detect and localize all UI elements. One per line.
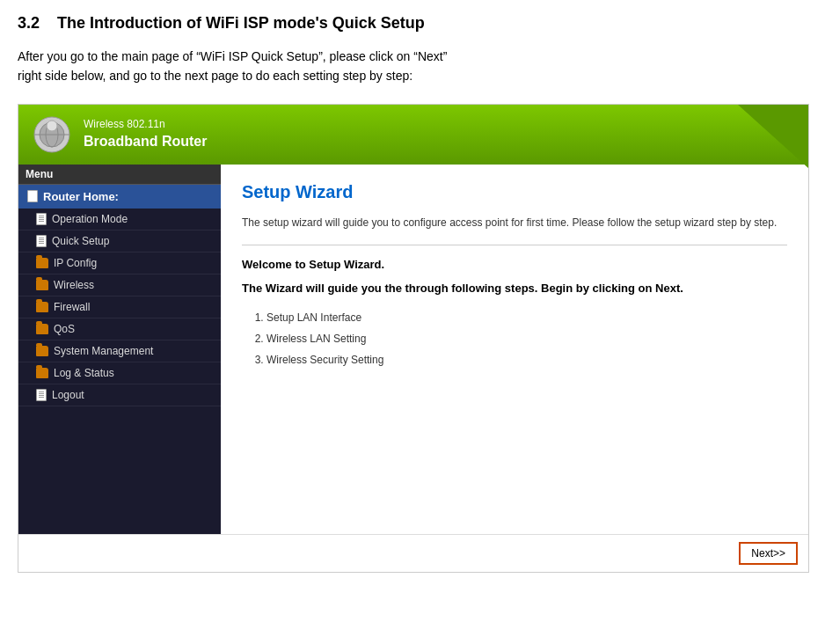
svg-point-4 (47, 121, 57, 131)
setup-description: The setup wizard will guide you to confi… (242, 215, 787, 231)
sidebar-menu-label: Menu (18, 165, 221, 185)
router-logo: Wireless 802.11n Broadband Router (27, 110, 207, 159)
router-logo-icon (27, 110, 77, 159)
sidebar-item-firewall[interactable]: Firewall (18, 296, 221, 318)
router-frame: Wireless 802.11n Broadband Router Menu R… (18, 104, 809, 573)
steps-list: Setup LAN Interface Wireless LAN Setting… (266, 307, 787, 370)
router-header-text: Wireless 802.11n Broadband Router (84, 117, 207, 151)
folder-icon (36, 346, 48, 356)
sidebar-item-operation-mode[interactable]: Operation Mode (18, 209, 221, 231)
sidebar-item-system-management[interactable]: System Management (18, 340, 221, 362)
sidebar-item-qos[interactable]: QoS (18, 318, 221, 340)
outer-wrapper: 3.2 The Introduction of WiFi ISP mode's … (0, 0, 825, 587)
folder-icon (36, 258, 48, 268)
welcome-text: Welcome to Setup Wizard. (242, 258, 787, 271)
doc-icon (36, 213, 47, 225)
page-description: After you go to the main page of “WiFi I… (18, 47, 807, 86)
setup-wizard-title: Setup Wizard (242, 182, 787, 202)
sidebar-item-quick-setup[interactable]: Quick Setup (18, 231, 221, 252)
step-item: Wireless LAN Setting (266, 328, 787, 349)
router-body: Menu Router Home: Operation Mode Quick S… (18, 165, 808, 534)
divider (242, 245, 787, 245)
sidebar-item-ip-config[interactable]: IP Config (18, 252, 221, 274)
sidebar-item-wireless[interactable]: Wireless (18, 274, 221, 296)
sidebar-item-logout[interactable]: Logout (18, 384, 221, 406)
doc-icon (36, 389, 47, 401)
page-title: 3.2 The Introduction of WiFi ISP mode's … (18, 14, 807, 33)
home-doc-icon (27, 190, 38, 202)
main-content: Setup Wizard The setup wizard will guide… (221, 165, 808, 534)
folder-icon (36, 324, 48, 334)
sidebar-home[interactable]: Router Home: (18, 185, 221, 209)
doc-icon (36, 235, 47, 247)
folder-icon (36, 368, 48, 378)
sidebar-item-log-status[interactable]: Log & Status (18, 362, 221, 384)
folder-icon (36, 280, 48, 290)
bottom-bar: Next>> (18, 534, 808, 572)
next-button[interactable]: Next>> (739, 542, 798, 565)
steps-intro: The Wizard will guide you the through fo… (242, 282, 787, 295)
step-item: Setup LAN Interface (266, 307, 787, 328)
step-item: Wireless Security Setting (266, 349, 787, 370)
sidebar: Menu Router Home: Operation Mode Quick S… (18, 165, 221, 534)
folder-icon (36, 302, 48, 312)
router-header: Wireless 802.11n Broadband Router (18, 105, 808, 165)
